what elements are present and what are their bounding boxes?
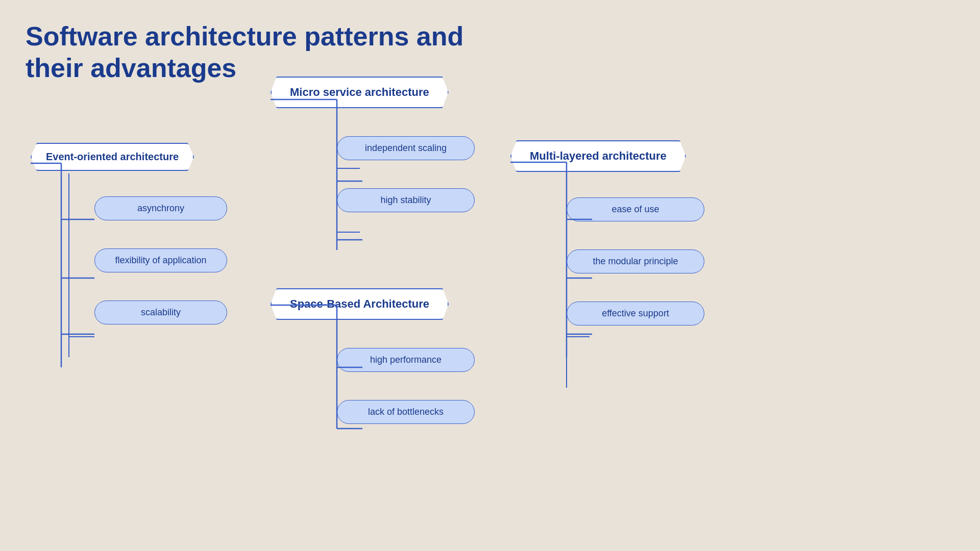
child-effective-support: effective support <box>567 302 704 325</box>
child-flexibility: flexibility of application <box>94 248 227 272</box>
event-oriented-arch-label: Event-oriented architecture <box>31 143 194 171</box>
space-based-arch-label: Space-Based Architecture <box>271 288 449 320</box>
multi-layered-section: Multi-layered architecture ease of use t… <box>510 140 704 325</box>
micro-service-section: Micro service architecture independent s… <box>271 77 475 212</box>
event-oriented-section: Event-oriented architecture asynchrony f… <box>31 143 227 324</box>
child-high-stability: high stability <box>337 188 475 212</box>
child-asynchrony: asynchrony <box>94 196 227 220</box>
child-scalability: scalability <box>94 300 227 324</box>
child-high-performance: high performance <box>337 348 475 372</box>
child-modular-principle: the modular principle <box>567 249 704 273</box>
space-based-section: Space-Based Architecture high performanc… <box>271 288 475 424</box>
child-ease-of-use: ease of use <box>567 197 704 221</box>
micro-service-arch-label: Micro service architecture <box>271 77 449 108</box>
child-lack-bottlenecks: lack of bottlenecks <box>337 400 475 424</box>
child-independent-scaling: independent scaling <box>337 136 475 160</box>
page-title: Software architecture patterns and their… <box>26 20 463 84</box>
multi-layered-arch-label: Multi-layered architecture <box>510 140 686 172</box>
